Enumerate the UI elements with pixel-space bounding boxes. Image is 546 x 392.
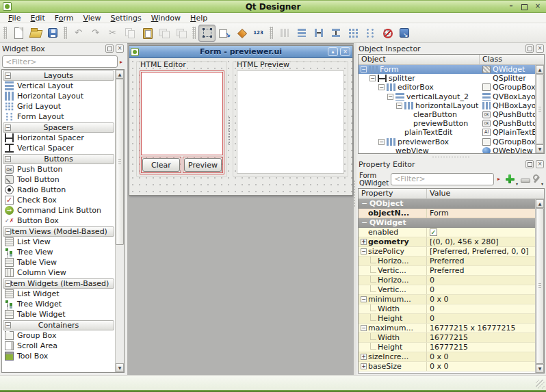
close-dock-icon[interactable]: × <box>116 44 124 53</box>
scroll-down-icon[interactable]: ▼ <box>536 144 544 153</box>
property-group-qobject[interactable]: −QObject <box>359 199 535 209</box>
widget-filter-input[interactable] <box>2 55 118 68</box>
property-value-cell[interactable]: 16777215 <box>427 333 535 342</box>
widget-item-tool-box[interactable]: Tool Box <box>2 351 115 361</box>
inspector-row-splitter[interactable]: −splitterQSplitter <box>359 74 535 83</box>
close-dock-icon[interactable]: × <box>536 160 544 168</box>
property-row-geometry[interactable]: +geometry[(0, 0), 456 x 280] <box>359 237 535 247</box>
property-value-cell[interactable]: 0 <box>427 314 535 323</box>
widget-item-button-box[interactable]: ✓✗Button Box <box>2 215 115 226</box>
form-window[interactable]: Form - previewer.ui ▴ × HTML Editor Clea… <box>129 45 353 196</box>
category-header-containers[interactable]: −Containers <box>3 320 114 330</box>
property-row-horizo[interactable]: Horizo...0 <box>359 276 535 285</box>
close-icon[interactable]: × <box>534 2 542 10</box>
toolbar-drag-handle[interactable] <box>3 27 7 39</box>
widget-item-column-view[interactable]: Column View <box>2 267 115 278</box>
collapse-icon[interactable]: − <box>378 84 385 90</box>
property-row-vertic[interactable]: Vertic...Preferred <box>359 266 535 276</box>
scroll-up-icon[interactable]: ▲ <box>116 70 124 79</box>
category-header-item-widgets-item-based[interactable]: −Item Widgets (Item-Based) <box>3 278 114 289</box>
widget-item-horizontal-spacer[interactable]: Horizontal Spacer <box>2 133 115 143</box>
property-value-cell[interactable]: 16777215 <box>427 343 535 352</box>
property-row-height[interactable]: Height0 <box>359 314 535 324</box>
scrollbar-thumb[interactable] <box>116 79 124 245</box>
float-dock-icon[interactable] <box>525 160 534 168</box>
widget-item-horizontal-layout[interactable]: Horizontal Layout <box>2 91 115 101</box>
collapse-icon[interactable]: − <box>361 296 367 302</box>
window-titlebar[interactable]: Qt Designer – × <box>0 0 546 13</box>
widget-item-command-link-button[interactable]: →Command Link Button <box>2 205 115 215</box>
expand-icon[interactable]: + <box>361 354 367 360</box>
property-value-cell[interactable]: [(0, 0), 456 x 280] <box>427 237 535 246</box>
menu-item-help[interactable]: Help <box>185 13 212 23</box>
menu-item-window[interactable]: Window <box>146 13 185 23</box>
widget-item-radio-button[interactable]: Radio Button <box>2 185 115 195</box>
property-row-objectn[interactable]: objectN...Form <box>359 209 535 218</box>
layout-horizontally-button[interactable] <box>276 25 293 42</box>
property-row-width[interactable]: Width16777215 <box>359 333 535 343</box>
edit-widgets-button[interactable] <box>198 25 216 42</box>
property-editor-scrollbar[interactable]: ▲ ▼ <box>535 199 544 373</box>
scrollbar-thumb[interactable] <box>536 74 544 144</box>
collapse-icon[interactable]: − <box>361 218 367 227</box>
collapse-icon[interactable]: − <box>369 75 376 81</box>
menu-item-form[interactable]: Form <box>50 13 79 23</box>
collapse-icon[interactable]: − <box>5 156 11 162</box>
new-form-button[interactable] <box>10 25 27 42</box>
expand-icon[interactable]: + <box>361 239 367 245</box>
property-row-sizeincre[interactable]: +sizeIncre...0 x 0 <box>359 352 535 362</box>
cut-button[interactable]: ✂ <box>104 25 121 42</box>
property-row-vertic[interactable]: Vertic...0 <box>359 285 535 295</box>
scrollbar-thumb[interactable] <box>536 208 544 364</box>
paste-button[interactable] <box>138 25 155 42</box>
editor-group-box[interactable]: HTML Editor Clear Preview <box>136 61 227 177</box>
property-row-basesize[interactable]: +baseSize0 x 0 <box>359 362 535 371</box>
property-value-cell[interactable]: 0 x 0 <box>427 352 535 361</box>
collapse-icon[interactable]: − <box>5 125 11 131</box>
property-value-cell[interactable]: [Preferred, Preferred, 0, 0] <box>427 247 535 256</box>
widget-item-tree-view[interactable]: Tree View <box>2 247 115 257</box>
widget-item-form-layout[interactable]: Form Layout <box>2 112 115 122</box>
minimize-icon[interactable]: – <box>507 2 515 10</box>
preview-group-box[interactable]: HTML Preview <box>233 61 348 177</box>
add-dynamic-property-icon[interactable] <box>505 174 516 185</box>
adjust-size-button[interactable] <box>395 25 413 42</box>
preview-button[interactable]: Preview <box>184 158 222 172</box>
inspector-row-previewbutton[interactable]: previewButtonOKQPushButton <box>359 119 535 128</box>
edit-signals-slots-button[interactable]: ↘ <box>216 25 233 42</box>
widget-item-scroll-area[interactable]: Scroll Area <box>2 341 115 351</box>
inspector-row-plaintextedit[interactable]: plainTextEditAlQPlainTextEdit <box>359 128 535 137</box>
collapse-icon[interactable]: − <box>361 66 367 73</box>
property-row-width[interactable]: Width0 <box>359 304 535 314</box>
filter-config-icon[interactable]: ▸ <box>496 176 502 182</box>
open-form-button[interactable] <box>27 25 44 42</box>
menu-item-view[interactable]: View <box>78 13 105 23</box>
plain-text-edit[interactable] <box>141 72 223 155</box>
collapse-icon[interactable]: − <box>396 103 402 109</box>
column-header-object[interactable]: Object <box>359 55 480 64</box>
property-row-maximum[interactable]: −maximum...16777215 x 16777215 <box>359 324 535 333</box>
category-header-layouts[interactable]: −Layouts <box>3 70 114 81</box>
maximize-icon[interactable] <box>521 4 528 10</box>
widget-item-grid-layout[interactable]: Grid Layout <box>2 101 115 112</box>
property-value-cell[interactable]: ✓ <box>427 228 535 237</box>
property-value-cell[interactable]: Form <box>427 209 535 218</box>
inspector-row-form[interactable]: −FormQWidget <box>359 65 535 74</box>
property-row-minimum[interactable]: −minimum...0 x 0 <box>359 295 535 304</box>
editor-vertical-layout[interactable]: Clear Preview <box>140 70 224 174</box>
category-header-buttons[interactable]: −Buttons <box>3 154 114 164</box>
widget-item-list-widget[interactable]: List Widget <box>2 289 115 299</box>
scroll-up-icon[interactable]: ▲ <box>536 65 544 74</box>
scroll-down-icon[interactable]: ▼ <box>536 364 544 373</box>
widget-item-table-widget[interactable]: Table Widget <box>2 309 115 319</box>
menu-item-file[interactable]: File <box>3 13 25 23</box>
widget-item-table-view[interactable]: Table View <box>2 257 115 267</box>
clear-button[interactable]: Clear <box>142 158 180 172</box>
widget-item-group-box[interactable]: Group Box <box>2 330 115 341</box>
form-close-icon[interactable]: × <box>340 47 350 56</box>
layout-in-form-button[interactable] <box>361 25 378 42</box>
web-view[interactable] <box>237 70 344 174</box>
raise-button[interactable] <box>172 25 190 42</box>
float-dock-icon[interactable] <box>525 44 534 53</box>
collapse-icon[interactable]: − <box>361 248 367 254</box>
